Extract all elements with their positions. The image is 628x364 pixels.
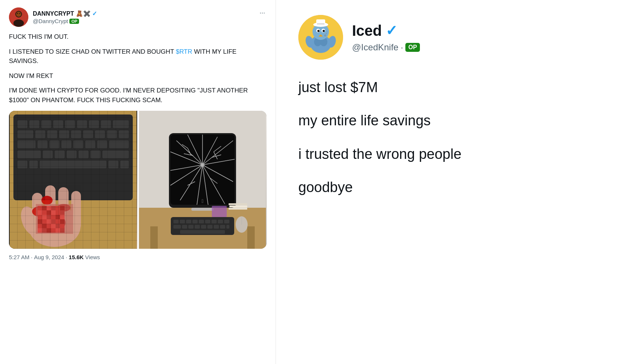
svg-rect-92 [60, 228, 65, 233]
tweet-body: FUCK THIS I'M OUT. I LISTENED TO SIZE CH… [9, 32, 267, 105]
svg-rect-41 [40, 160, 107, 169]
right-tweet-panel: Iced ✓ @IcedKnife · OP just lost $7M my … [276, 0, 628, 364]
svg-rect-87 [38, 228, 42, 233]
svg-rect-143 [226, 225, 229, 229]
image-keyboard-hand [9, 111, 137, 249]
tweet-header-left: DANNYCRYPT 🧸✖️ ✓ @DannyCrypt OP [9, 7, 97, 27]
svg-rect-66 [51, 210, 56, 215]
tweet-paragraph-1: FUCK THIS I'M OUT. [9, 32, 267, 42]
right-tweet-body: just lost $7M my entire life savings i t… [298, 78, 606, 197]
svg-rect-78 [51, 219, 56, 224]
svg-rect-148 [229, 208, 247, 210]
svg-rect-57 [38, 206, 42, 210]
svg-rect-64 [42, 210, 47, 215]
svg-rect-33 [109, 140, 129, 148]
svg-rect-147 [212, 206, 227, 217]
more-options-icon[interactable]: ··· [258, 7, 267, 18]
svg-point-54 [41, 196, 53, 205]
svg-rect-38 [78, 150, 89, 159]
right-line-3: i trusted the wrong people [298, 145, 606, 163]
svg-rect-95 [150, 226, 158, 249]
svg-rect-56 [36, 204, 73, 234]
svg-point-166 [324, 34, 326, 37]
svg-rect-73 [56, 215, 60, 219]
svg-rect-30 [73, 140, 84, 148]
svg-rect-24 [107, 130, 117, 138]
tweet-images:  [9, 111, 267, 249]
svg-rect-37 [66, 150, 77, 159]
right-avatar [298, 15, 343, 60]
tweet-time: 5:27 AM [9, 254, 29, 260]
right-handle-text: @IcedKnife [352, 42, 398, 53]
svg-rect-20 [59, 130, 69, 138]
svg-rect-13 [77, 120, 87, 128]
svg-rect-129 [192, 220, 198, 223]
svg-point-159 [317, 30, 320, 32]
svg-point-5 [19, 13, 21, 14]
svg-rect-127 [180, 220, 185, 223]
svg-rect-141 [214, 225, 219, 229]
tweet-image-left [9, 111, 137, 249]
svg-rect-60 [51, 206, 56, 210]
svg-rect-76 [42, 219, 47, 224]
svg-rect-40 [102, 150, 129, 159]
svg-rect-14 [89, 120, 99, 128]
svg-rect-71 [47, 215, 51, 219]
meta-dot-1: · [31, 254, 32, 260]
svg-rect-28 [49, 140, 60, 148]
svg-rect-79 [56, 219, 60, 224]
svg-rect-29 [61, 140, 72, 148]
svg-rect-89 [47, 228, 51, 233]
right-verified-icon: ✓ [386, 22, 398, 39]
right-op-badge: OP [405, 43, 420, 52]
svg-rect-70 [42, 215, 47, 219]
svg-rect-23 [95, 130, 105, 138]
keyboard-hand-svg [10, 111, 136, 249]
svg-rect-50 [71, 191, 81, 230]
svg-rect-45 [120, 160, 129, 169]
left-tweet-panel: DANNYCRYPT 🧸✖️ ✓ @DannyCrypt OP ··· FUCK… [0, 0, 276, 364]
svg-rect-7 [13, 114, 133, 200]
svg-rect-16 [113, 120, 129, 128]
svg-rect-84 [51, 224, 56, 228]
svg-rect-43 [29, 160, 38, 169]
svg-rect-77 [47, 219, 51, 224]
svg-rect-138 [195, 225, 200, 229]
svg-rect-74 [60, 215, 65, 219]
user-info: DANNYCRYPT 🧸✖️ ✓ @DannyCrypt OP [33, 10, 97, 24]
cashtag[interactable]: $RTR [176, 48, 192, 55]
svg-rect-9 [29, 120, 40, 128]
svg-rect-36 [54, 150, 65, 159]
svg-rect-42 [17, 160, 28, 169]
svg-rect-69 [38, 215, 42, 219]
svg-point-4 [17, 13, 18, 14]
svg-rect-68 [60, 210, 65, 215]
meta-dot-2: · [66, 254, 67, 260]
svg-rect-35 [43, 150, 53, 159]
svg-rect-72 [51, 215, 56, 219]
svg-point-51 [17, 204, 43, 238]
display-name-text: DANNYCRYPT 🧸✖️ [33, 10, 91, 17]
svg-rect-27 [37, 140, 48, 148]
tweet-header: DANNYCRYPT 🧸✖️ ✓ @DannyCrypt OP ··· [9, 7, 267, 27]
svg-rect-18 [35, 130, 45, 138]
svg-rect-140 [207, 225, 213, 229]
display-name: DANNYCRYPT 🧸✖️ ✓ [33, 10, 97, 17]
svg-rect-150 [229, 203, 247, 205]
svg-rect-11 [53, 120, 63, 128]
svg-rect-47 [32, 193, 43, 230]
tweet-date: Aug 9, 2024 [34, 254, 64, 260]
svg-rect-21 [71, 130, 81, 138]
right-avatar-svg [298, 15, 343, 60]
right-display-name-text: Iced [352, 22, 382, 39]
views-label: Views [85, 254, 100, 260]
right-tweet-header: Iced ✓ @IcedKnife · OP [298, 15, 606, 60]
svg-point-167 [326, 33, 327, 34]
svg-point-168 [327, 31, 328, 32]
svg-rect-144 [180, 230, 225, 234]
image-computer-desk:  [139, 111, 267, 249]
svg-point-53 [43, 215, 66, 230]
svg-rect-82 [42, 224, 47, 228]
svg-rect-132 [211, 220, 217, 223]
svg-point-160 [323, 30, 325, 32]
